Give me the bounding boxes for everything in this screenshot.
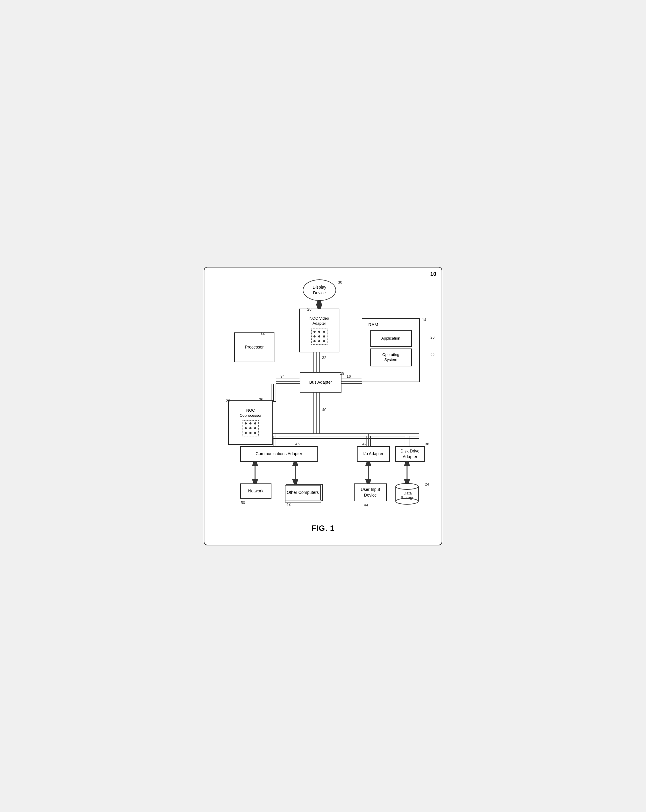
- ref-28: 28: [226, 398, 230, 403]
- ref-44: 44: [364, 503, 368, 507]
- ref-24: 24: [425, 482, 429, 487]
- ref-42: 42: [362, 442, 367, 446]
- ref-34: 34: [280, 374, 284, 379]
- application: Application: [370, 330, 412, 347]
- noc-video-adapter: NOC VideoAdapter: [299, 308, 339, 353]
- figure-number-corner: 10: [430, 271, 436, 277]
- ref-40: 40: [322, 408, 326, 412]
- ref-20: 20: [431, 336, 434, 340]
- noc-coprocessor: NOCCoprocessor: [228, 400, 273, 445]
- ref-22: 22: [431, 353, 434, 358]
- ref-14: 14: [422, 317, 426, 322]
- disk-drive-adapter: Disk DriveAdapter: [395, 446, 425, 462]
- user-input-device: User InputDevice: [354, 484, 387, 501]
- io-adapter: I/o Adapter: [357, 446, 390, 462]
- data-storage-label: DataStorage: [400, 491, 415, 500]
- ram: RAM Application 20 OperatingSystem 22: [362, 318, 420, 382]
- diagram: DisplayDevice 30 NOC VideoAdapter 26 RAM: [216, 276, 430, 520]
- processor: Processor: [234, 333, 275, 362]
- ref-38: 38: [425, 442, 429, 446]
- network: Network: [240, 484, 272, 499]
- page: 10: [204, 267, 442, 545]
- ref-16: 16: [347, 374, 351, 379]
- ref-46: 46: [295, 442, 299, 446]
- ref-30: 30: [338, 280, 342, 284]
- ref-12: 12: [260, 331, 264, 336]
- display-device: DisplayDevice: [303, 279, 336, 301]
- communications-adapter: Communications Adapter: [240, 446, 318, 462]
- ref-32: 32: [322, 356, 326, 360]
- ref-48: 48: [286, 502, 290, 507]
- bus-adapter: Bus Adapter: [300, 372, 342, 392]
- ref-26: 26: [307, 307, 312, 311]
- figure-title: FIG. 1: [216, 524, 430, 533]
- other-computers: Other Computers: [285, 485, 321, 501]
- ref-18: 18: [340, 371, 344, 375]
- svg-point-43: [396, 484, 418, 489]
- operating-system: OperatingSystem: [370, 348, 412, 366]
- ref-50: 50: [241, 501, 245, 505]
